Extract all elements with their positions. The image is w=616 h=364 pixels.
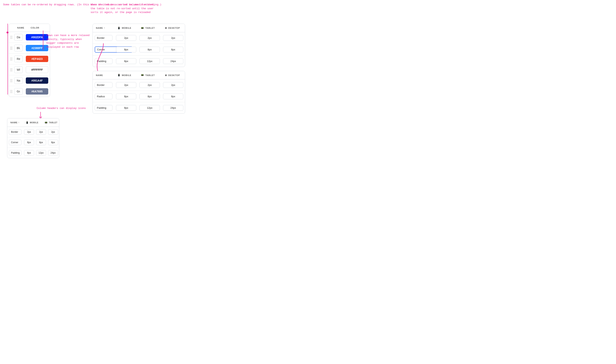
table-row: Padding 8px 12px 24px — [93, 55, 185, 67]
annotation-icons: Column headers can display icons — [37, 106, 86, 110]
name-cell-box: Corner — [9, 140, 22, 145]
right-table-bottom-header: NAME 📱MOBILE 📟TABLET 🖥DESKTOP — [93, 71, 185, 79]
name-cell-box: Padding — [9, 150, 22, 156]
drag-handle[interactable] — [9, 47, 13, 50]
td-name: Padding — [93, 102, 115, 114]
td-mobile: 2px — [23, 127, 35, 137]
swatch-cell: #EF4423 — [24, 54, 50, 64]
val-cell: 2px — [163, 82, 183, 88]
val-cell: 2px — [116, 35, 136, 41]
td-name — [93, 44, 115, 55]
name-cell — [13, 75, 24, 86]
table-row-corner: 8px 8px 8px — [93, 44, 185, 55]
td-tablet: 12px — [35, 148, 47, 158]
td-mobile: 2px — [115, 79, 138, 91]
name-cell-box: Border — [95, 82, 113, 88]
val-cell: 8px — [24, 150, 34, 156]
right-table-bottom: NAME 📱MOBILE 📟TABLET 🖥DESKTOP Border 2px… — [92, 71, 185, 114]
td-name: Padding — [7, 148, 23, 158]
table-row: Radius 8px 8px 8px — [93, 91, 185, 102]
swatch-cell: #FFFFFF — [24, 65, 50, 75]
name-input[interactable] — [14, 66, 23, 73]
table-row: Border 2px 2px 2px — [93, 32, 185, 44]
td-desktop: 2px — [47, 127, 59, 137]
name-cell-box: Padding — [95, 105, 113, 111]
val-cell: 24px — [48, 150, 58, 156]
name-input[interactable] — [14, 88, 23, 95]
name-cell-box: Border — [9, 129, 22, 135]
desktop-icon: 🖥 — [165, 74, 167, 77]
td-name: Radius — [93, 91, 115, 102]
td-mobile: 8px — [115, 44, 138, 55]
td-desktop: 2px — [162, 79, 185, 91]
td-desktop: 8px — [162, 91, 185, 102]
td-desktop: 24px — [47, 148, 59, 158]
td-tablet: 12px — [138, 102, 161, 114]
table-row: Border 2px 2px 2px — [7, 127, 59, 137]
val-cell: 12px — [140, 58, 160, 64]
name-cell — [13, 86, 24, 97]
td-mobile: 8px — [115, 102, 138, 114]
table-row: Corner 8px 8px 8px — [7, 137, 59, 148]
name-cell-box: Radius — [95, 93, 113, 99]
name-cell — [13, 32, 24, 42]
val-cell: 2px — [140, 82, 160, 88]
desktop-icon: 🖥 — [165, 27, 167, 29]
drag-handle[interactable] — [9, 79, 13, 82]
swatch-cell: #002DFA — [24, 32, 50, 42]
th-name-sort: NAME ↑ — [7, 120, 23, 125]
drag-handle[interactable] — [9, 36, 13, 39]
table-row: #091A4F — [9, 75, 50, 86]
icon-table: NAME ↑ 📱MOBILE 📟TABLET 🖥DESKTOP Border 2… — [7, 118, 59, 158]
tablet-icon: 📟 — [45, 121, 48, 124]
swatch-cell: #6A7695 — [24, 86, 50, 96]
name-input[interactable] — [14, 77, 23, 84]
val-cell: 8px — [116, 47, 136, 52]
td-tablet: 8px — [138, 44, 161, 55]
td-desktop: 24px — [162, 55, 185, 67]
val-cell: 8px — [163, 93, 183, 99]
table-row: #002DFA — [9, 32, 50, 43]
th-name: NAME — [93, 73, 115, 78]
th-tablet: 📟TABLET — [41, 120, 59, 125]
td-tablet: 2px — [35, 127, 47, 137]
drag-handle[interactable] — [9, 57, 13, 61]
th-color: COLOR — [27, 26, 50, 30]
th-desktop: 🖥DESKTOP — [162, 73, 185, 78]
color-swatch: #002DFA — [26, 34, 48, 40]
right-table-top-header: NAME ↑ 📱MOBILE 📟TABLET 🖥DESKTOP — [93, 24, 185, 32]
val-cell: 8px — [116, 58, 136, 64]
icon-table-header: NAME ↑ 📱MOBILE 📟TABLET 🖥DESKTOP — [7, 118, 59, 127]
table-row: Border 2px 2px 2px — [93, 79, 185, 91]
name-input[interactable] — [14, 55, 23, 62]
td-name: Border — [7, 127, 23, 137]
mobile-icon: 📱 — [117, 74, 120, 77]
th-mobile: 📱MOBILE — [115, 73, 138, 78]
val-cell: 2px — [36, 129, 46, 135]
val-cell: 2px — [140, 35, 160, 41]
val-cell: 2px — [116, 82, 136, 88]
td-tablet: 8px — [138, 91, 161, 102]
swatch-cell: #091A4F — [24, 76, 50, 86]
drag-handle[interactable] — [9, 90, 13, 93]
annotation-arrow-icons — [38, 112, 42, 119]
mobile-icon: 📱 — [26, 121, 29, 124]
name-input[interactable] — [14, 34, 23, 40]
name-cell-box: Border — [95, 35, 113, 41]
table-row: #2388FF — [9, 43, 50, 53]
swatch-cell: #2388FF — [24, 43, 50, 53]
annotation-density: Rows can have a more relaxed density, ty… — [47, 34, 90, 49]
val-cell: 8px — [24, 140, 34, 145]
annotation-dot-left — [7, 31, 9, 34]
mobile-icon: 📱 — [117, 27, 120, 29]
name-input[interactable] — [14, 45, 23, 52]
drag-handle[interactable] — [9, 68, 13, 71]
td-tablet: 8px — [35, 137, 47, 147]
td-mobile: 8px — [115, 55, 138, 67]
td-name: Border — [93, 32, 115, 43]
sort-arrow-icon: ↑ — [18, 121, 20, 124]
table-row: #FFFFFF — [9, 65, 50, 75]
color-swatch: #EF4423 — [26, 56, 48, 62]
td-desktop: 8px — [162, 44, 185, 55]
sort-arrow-icon: ↑ — [104, 26, 105, 29]
